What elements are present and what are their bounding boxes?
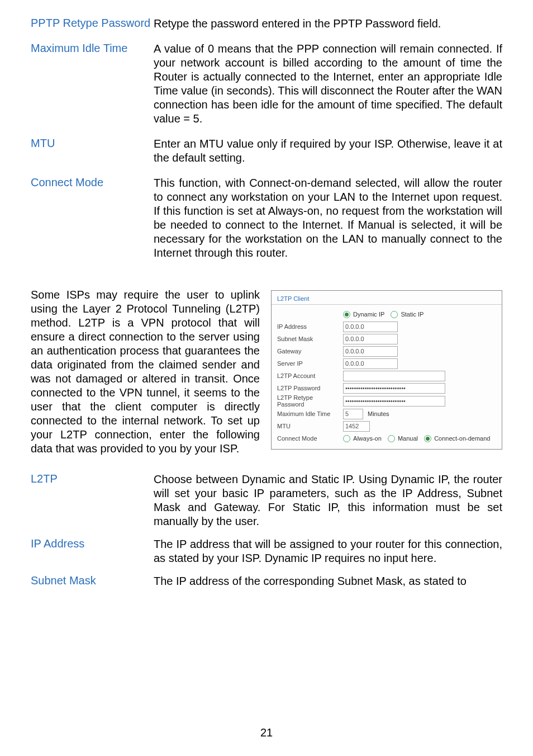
max-idle-unit: Minutes: [368, 410, 389, 417]
l2tp-account-input[interactable]: [343, 371, 445, 381]
def-desc: The IP address that will be assigned to …: [154, 537, 502, 565]
figure-title: L2TP Client: [272, 291, 502, 305]
static-ip-label: Static IP: [401, 311, 423, 318]
l2tp-password-row: L2TP Password: [277, 382, 496, 394]
def-term: Maximum Idle Time: [31, 42, 154, 55]
l2tp-password-label: L2TP Password: [277, 385, 339, 391]
connect-mode-row: Connect Mode Always-on Manual Connect-on…: [277, 432, 496, 445]
dynamic-ip-label: Dynamic IP: [353, 311, 384, 318]
def-row-connect-mode: Connect Mode This function, with Connect…: [31, 176, 502, 260]
def-desc: This function, with Connect-on-demand se…: [154, 176, 502, 260]
l2tp-retype-label: L2TP Retype Password: [277, 394, 339, 408]
def-term: IP Address: [31, 537, 154, 550]
def-desc: Retype the password entered in the PPTP …: [154, 17, 502, 31]
gateway-row: Gateway: [277, 345, 496, 357]
def-term: Connect Mode: [31, 176, 154, 189]
manual-label: Manual: [398, 435, 418, 442]
def-term: MTU: [31, 137, 154, 150]
always-on-label: Always-on: [353, 435, 382, 442]
max-idle-row: Maximum Idle Time Minutes: [277, 408, 496, 420]
mtu-row: MTU: [277, 420, 496, 432]
intro-paragraph: Some ISPs may require the user to uplink…: [31, 288, 260, 456]
page-number: 21: [0, 726, 533, 739]
figure-wrap: L2TP Client Dynamic IP Static IP IP Addr…: [271, 288, 502, 450]
manual-radio[interactable]: [388, 435, 395, 442]
def-desc: Enter an MTU value only if required by y…: [154, 137, 502, 165]
l2tp-account-label: L2TP Account: [277, 372, 339, 379]
server-ip-row: Server IP: [277, 357, 496, 370]
server-ip-label: Server IP: [277, 360, 339, 367]
l2tp-retype-input[interactable]: [343, 396, 445, 407]
l2tp-client-figure: L2TP Client Dynamic IP Static IP IP Addr…: [271, 290, 502, 450]
def-row-pptp-retype: PPTP Retype Password Retype the password…: [31, 17, 502, 31]
always-on-radio[interactable]: [343, 435, 350, 442]
connect-mode-label: Connect Mode: [277, 435, 339, 442]
gateway-label: Gateway: [277, 348, 339, 355]
server-ip-input[interactable]: [343, 358, 398, 369]
dynamic-ip-radio[interactable]: [343, 311, 350, 318]
def-desc: The IP address of the corresponding Subn…: [154, 574, 502, 588]
intro-row: Some ISPs may require the user to uplink…: [31, 288, 502, 456]
def-term: L2TP: [31, 472, 154, 485]
connect-on-demand-label: Connect-on-demand: [434, 435, 490, 442]
max-idle-label: Maximum Idle Time: [277, 410, 339, 417]
def-term: PPTP Retype Password: [31, 17, 154, 30]
ip-mode-row: Dynamic IP Static IP: [277, 308, 496, 320]
l2tp-retype-row: L2TP Retype Password: [277, 394, 496, 408]
def-row-ip-address: IP Address The IP address that will be a…: [31, 537, 502, 565]
connect-mode-radios: Always-on Manual Connect-on-demand: [343, 434, 494, 442]
ip-address-input[interactable]: [343, 322, 398, 332]
def-row-mtu: MTU Enter an MTU value only if required …: [31, 137, 502, 165]
max-idle-input[interactable]: [343, 409, 363, 419]
def-desc: Choose between Dynamic and Static IP. Us…: [154, 472, 502, 528]
def-desc: A value of 0 means that the PPP connecti…: [154, 42, 502, 126]
l2tp-account-row: L2TP Account: [277, 370, 496, 382]
def-row-max-idle: Maximum Idle Time A value of 0 means tha…: [31, 42, 502, 126]
mtu-input[interactable]: [343, 421, 370, 432]
connect-on-demand-radio[interactable]: [424, 435, 431, 442]
ip-address-row: IP Address: [277, 320, 496, 333]
def-term: Subnet Mask: [31, 574, 154, 587]
mtu-label: MTU: [277, 423, 339, 429]
subnet-mask-row: Subnet Mask: [277, 333, 496, 345]
ip-address-label: IP Address: [277, 323, 339, 330]
def-row-subnet-mask: Subnet Mask The IP address of the corres…: [31, 574, 502, 588]
def-row-l2tp: L2TP Choose between Dynamic and Static I…: [31, 472, 502, 528]
l2tp-password-input[interactable]: [343, 383, 445, 394]
static-ip-radio[interactable]: [391, 311, 398, 318]
subnet-mask-input[interactable]: [343, 334, 398, 344]
gateway-input[interactable]: [343, 346, 398, 357]
ip-mode-radios: Dynamic IP Static IP: [343, 310, 428, 318]
subnet-mask-label: Subnet Mask: [277, 336, 339, 342]
figure-body: Dynamic IP Static IP IP Address Subnet M…: [272, 305, 502, 449]
